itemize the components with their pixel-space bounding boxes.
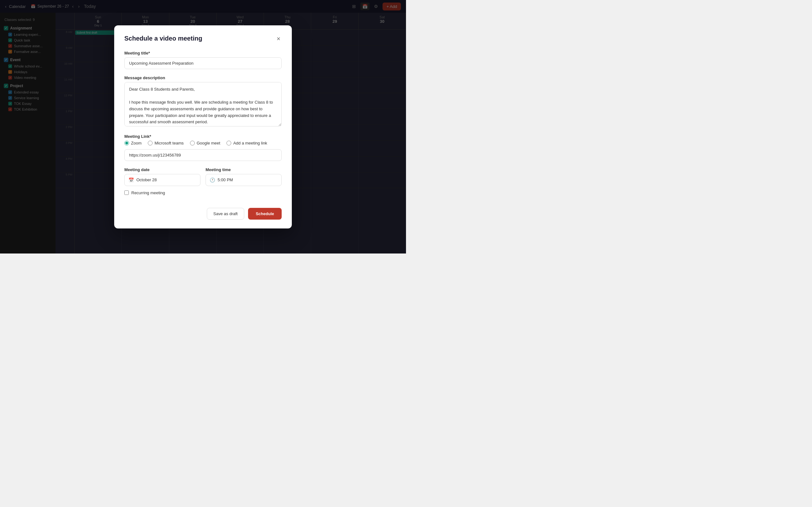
meeting-title-group: Meeting title*: [124, 51, 282, 69]
schedule-meeting-modal: Schedule a video meeting × Meeting title…: [114, 25, 292, 228]
meeting-time-value: 5:00 PM: [217, 177, 233, 182]
teams-label: Microsoft teams: [154, 141, 184, 146]
meet-radio[interactable]: [190, 141, 195, 146]
meet-label: Google meet: [197, 141, 220, 146]
close-icon[interactable]: ×: [275, 34, 282, 43]
clock-icon: 🕐: [210, 177, 215, 182]
zoom-option[interactable]: Zoom: [124, 141, 142, 146]
meeting-link-group: Meeting Link* Zoom Microsoft teams Googl…: [124, 134, 282, 161]
message-description-label: Message description: [124, 75, 282, 80]
calendar-icon: 📅: [129, 177, 134, 182]
meeting-time-group: Meeting time 🕐 5:00 PM: [206, 167, 282, 186]
meeting-title-input[interactable]: [124, 57, 282, 69]
meeting-date-group: Meeting date 📅 October 28: [124, 167, 200, 186]
meet-option[interactable]: Google meet: [190, 141, 220, 146]
meeting-date-picker[interactable]: 📅 October 28: [124, 174, 200, 186]
meeting-link-radio-group: Zoom Microsoft teams Google meet Add a m…: [124, 141, 282, 146]
recurring-meeting-label: Recurring meeting: [131, 190, 165, 195]
meeting-link-input[interactable]: [124, 149, 282, 161]
meeting-date-label: Meeting date: [124, 167, 200, 172]
recurring-meeting-group[interactable]: Recurring meeting: [124, 190, 282, 195]
schedule-button[interactable]: Schedule: [248, 208, 282, 220]
meeting-title-label: Meeting title*: [124, 51, 282, 55]
meeting-link-label: Meeting Link*: [124, 134, 282, 139]
custom-radio[interactable]: [226, 141, 231, 146]
modal-header: Schedule a video meeting ×: [124, 34, 282, 43]
zoom-radio[interactable]: [124, 141, 129, 146]
date-time-row: Meeting date 📅 October 28 Meeting time 🕐…: [124, 167, 282, 186]
save-draft-button[interactable]: Save as draft: [207, 208, 245, 220]
meeting-time-label: Meeting time: [206, 167, 282, 172]
recurring-meeting-checkbox[interactable]: [124, 190, 129, 195]
modal-footer: Save as draft Schedule: [124, 203, 282, 220]
modal-title: Schedule a video meeting: [124, 35, 202, 42]
zoom-label: Zoom: [131, 141, 142, 146]
meeting-time-picker[interactable]: 🕐 5:00 PM: [206, 174, 282, 186]
message-description-group: Message description Dear Class 8 Student…: [124, 75, 282, 128]
custom-link-option[interactable]: Add a meeting link: [226, 141, 267, 146]
meeting-date-value: October 28: [136, 177, 157, 182]
modal-overlay[interactable]: Schedule a video meeting × Meeting title…: [0, 0, 406, 253]
teams-option[interactable]: Microsoft teams: [148, 141, 184, 146]
custom-link-label: Add a meeting link: [233, 141, 267, 146]
teams-radio[interactable]: [148, 141, 153, 146]
message-description-textarea[interactable]: Dear Class 8 Students and Parents, I hop…: [124, 82, 282, 126]
